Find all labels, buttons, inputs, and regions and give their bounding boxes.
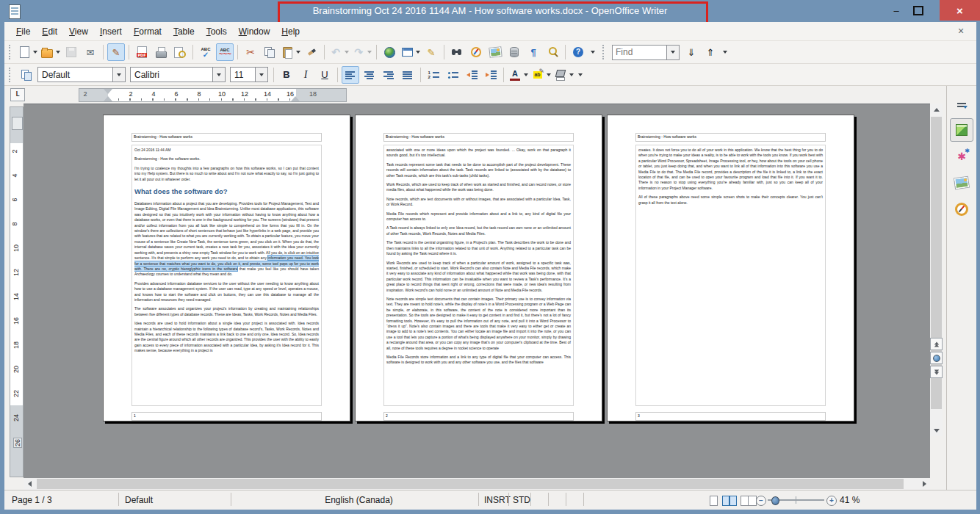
- justify-button[interactable]: [399, 66, 417, 84]
- page-text-area[interactable]: creates. It does not force you to do all…: [635, 145, 826, 406]
- undo-button[interactable]: ↶: [328, 43, 350, 61]
- autospellcheck-button[interactable]: [216, 43, 234, 61]
- sidebar-tab-gallery[interactable]: [950, 171, 973, 195]
- highlighting-button[interactable]: [530, 66, 552, 84]
- page-text-area[interactable]: Oct 24 2016 11:44 AMBrainstorming - How …: [131, 145, 322, 406]
- edit-mode-button[interactable]: ✎: [107, 43, 125, 61]
- font-name-combo[interactable]: Calibri: [130, 67, 226, 82]
- document-canvas[interactable]: Brainstorming - How software worksOct 24…: [24, 104, 930, 479]
- chevron-down-icon[interactable]: [367, 51, 372, 54]
- vertical-ruler[interactable]: 2468101214161820222426: [10, 106, 24, 477]
- zoom-out-button[interactable]: −: [756, 496, 766, 506]
- font-size-combo[interactable]: 11: [230, 67, 268, 82]
- toolbar-grip[interactable]: [9, 68, 12, 82]
- zoom-percentage[interactable]: 41 %: [840, 495, 860, 505]
- scroll-down-icon[interactable]: [930, 424, 943, 436]
- selection-mode-status[interactable]: STD: [513, 495, 530, 505]
- sidebar-tab-styles[interactable]: [950, 145, 973, 168]
- font-color-button[interactable]: [508, 66, 529, 84]
- insert-mode-status[interactable]: INSRT: [484, 495, 511, 505]
- vertical-scrollbar[interactable]: [930, 104, 943, 436]
- chevron-down-icon[interactable]: [524, 73, 528, 76]
- book-view-icon[interactable]: [741, 496, 757, 506]
- scroll-right-icon[interactable]: [918, 478, 930, 490]
- toolbar-grip[interactable]: [602, 45, 606, 59]
- find-toolbar-options-button[interactable]: [721, 43, 729, 61]
- print-preview-button[interactable]: [171, 43, 189, 61]
- find-dropdown-button[interactable]: [666, 46, 679, 59]
- left-indent-marker[interactable]: [104, 96, 112, 101]
- find-next-button[interactable]: ⇓: [682, 43, 700, 61]
- find-input[interactable]: [613, 47, 666, 57]
- menu-file[interactable]: File: [10, 24, 36, 39]
- align-left-button[interactable]: [342, 66, 359, 84]
- save-button[interactable]: [62, 43, 80, 61]
- align-right-button[interactable]: [380, 66, 397, 84]
- scroll-left-icon[interactable]: [24, 478, 35, 490]
- styles-panel-button[interactable]: [17, 66, 35, 84]
- find-box[interactable]: [612, 45, 680, 60]
- find-replace-button[interactable]: [448, 43, 466, 61]
- chevron-down-icon[interactable]: [296, 51, 300, 54]
- menu-table[interactable]: Table: [167, 24, 201, 39]
- font-size-dropdown-button[interactable]: [255, 68, 267, 82]
- chevron-down-icon[interactable]: [56, 51, 60, 54]
- close-button[interactable]: ×: [940, 0, 980, 21]
- increase-indent-button[interactable]: [482, 66, 500, 84]
- spellcheck-button[interactable]: [197, 43, 215, 61]
- first-line-indent-marker[interactable]: [104, 89, 112, 94]
- align-center-button[interactable]: [361, 66, 378, 84]
- new-document-button[interactable]: [17, 43, 38, 61]
- navigation-button[interactable]: [930, 352, 943, 364]
- paragraph-style-dropdown-button[interactable]: [112, 68, 125, 82]
- minimize-button[interactable]: –: [886, 0, 907, 21]
- maximize-button[interactable]: [908, 0, 929, 21]
- menu-edit[interactable]: Edit: [36, 24, 63, 39]
- chevron-down-icon[interactable]: [345, 51, 349, 54]
- chevron-down-icon[interactable]: [547, 73, 551, 76]
- page-indicator[interactable]: Page 1 / 3: [12, 495, 52, 505]
- top-margin-marker[interactable]: [12, 117, 23, 130]
- draw-functions-button[interactable]: ✎: [422, 43, 440, 61]
- zoom-in-button[interactable]: +: [826, 496, 837, 506]
- paste-button[interactable]: [280, 43, 301, 61]
- navigator-button[interactable]: [467, 43, 485, 61]
- bullet-list-button[interactable]: [444, 66, 461, 84]
- page-text-area[interactable]: associated with one or more ideas upon w…: [383, 145, 574, 406]
- sidebar-tab-properties[interactable]: [950, 118, 973, 142]
- formatting-marks-button[interactable]: ¶: [525, 43, 542, 61]
- numbered-list-button[interactable]: [425, 66, 442, 84]
- open-button[interactable]: [40, 43, 61, 61]
- export-pdf-button[interactable]: [133, 43, 151, 61]
- chevron-down-icon[interactable]: [569, 73, 574, 76]
- font-name-dropdown-button[interactable]: [212, 68, 225, 82]
- table-button[interactable]: [400, 43, 421, 61]
- underline-button[interactable]: U: [316, 66, 334, 84]
- zoom-button[interactable]: [544, 43, 561, 61]
- italic-button[interactable]: I: [297, 66, 314, 84]
- data-sources-button[interactable]: [505, 43, 523, 61]
- help-button[interactable]: [569, 43, 587, 61]
- chevron-down-icon[interactable]: [416, 51, 420, 54]
- email-button[interactable]: ✉: [82, 43, 99, 61]
- scroll-up-icon[interactable]: [930, 104, 943, 115]
- copy-button[interactable]: [261, 43, 278, 61]
- horizontal-scrollbar[interactable]: [24, 478, 930, 490]
- next-page-button[interactable]: [930, 366, 943, 378]
- language-status[interactable]: English (Canada): [239, 495, 478, 505]
- menu-format[interactable]: Format: [128, 24, 167, 39]
- find-previous-button[interactable]: ⇑: [702, 43, 719, 61]
- toolbar-grip[interactable]: [9, 45, 12, 59]
- paragraph-style-combo[interactable]: Default: [37, 67, 126, 82]
- format-paintbrush-button[interactable]: [303, 43, 320, 61]
- horizontal-ruler[interactable]: 224681012141618: [79, 88, 347, 102]
- menu-help[interactable]: Help: [275, 24, 306, 39]
- single-page-view-icon[interactable]: [710, 496, 718, 506]
- decrease-indent-button[interactable]: [463, 66, 480, 84]
- horizontal-scrollbar-thumb[interactable]: [37, 479, 904, 489]
- redo-button[interactable]: ↷: [351, 43, 372, 61]
- chevron-down-icon[interactable]: [33, 51, 37, 54]
- sidebar-tab-navigator[interactable]: [950, 198, 973, 221]
- menu-tools[interactable]: Tools: [201, 24, 233, 39]
- menu-view[interactable]: View: [63, 24, 94, 39]
